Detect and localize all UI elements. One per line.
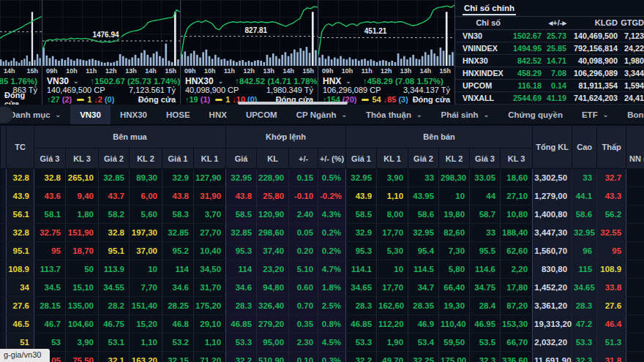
cell-k1[interactable]: 34,50	[194, 260, 226, 279]
cell-k2[interactable]: 7,70	[130, 279, 162, 297]
cell-chg[interactable]: 0.05	[289, 224, 318, 242]
cell-sg2[interactable]: 114.5	[408, 260, 439, 279]
cell-g1[interactable]: 46.8	[162, 315, 194, 333]
cell-nn[interactable]: 1,890	[626, 315, 644, 333]
cell-k1[interactable]: 27,70	[194, 224, 226, 242]
cell-sk1[interactable]: 3,90	[377, 169, 408, 187]
cell-sg1[interactable]: 43.9	[346, 187, 377, 205]
cell-g1[interactable]: 32.85	[162, 224, 194, 242]
index-row-vn30[interactable]: VN301502.6725.73140,469,5007,123	[455, 30, 644, 42]
cell-g2[interactable]: 28.2	[99, 297, 130, 315]
cell-nn[interactable]: 461	[626, 242, 644, 260]
tab-phái-sinh[interactable]: Phái sinh⌄	[432, 105, 499, 124]
cell-k1[interactable]: 1,10	[194, 333, 226, 352]
cell-sk3[interactable]: 27,10	[501, 187, 533, 205]
cell-g3[interactable]: 32.75	[34, 224, 66, 242]
cell-price[interactable]: 95.3	[226, 242, 257, 260]
cell-sg3[interactable]: 32.3	[470, 352, 501, 362]
cell-price[interactable]: 32.95	[226, 169, 257, 187]
cell-sg1[interactable]: 46.85	[346, 315, 377, 333]
cell-g1[interactable]: 43.8	[162, 187, 194, 205]
cell-sk1[interactable]: 10	[377, 260, 408, 279]
cell-k2[interactable]: 5,60	[130, 205, 162, 224]
cell-chgpct[interactable]: 0.8%	[318, 315, 346, 333]
cell-sg2[interactable]: 58.6	[408, 205, 439, 224]
cell-sk2[interactable]: 19,80	[439, 205, 470, 224]
cell-sk1[interactable]: 17,70	[377, 224, 408, 242]
cell-price[interactable]: 32.2	[226, 352, 257, 362]
cell-sk2[interactable]: 5,80	[439, 260, 470, 279]
cell-g3[interactable]: 32.8	[34, 169, 66, 187]
cell-k2[interactable]: 15,20	[130, 315, 162, 333]
cell-sg3[interactable]: 46.95	[470, 315, 501, 333]
cell-g1[interactable]: 32.15	[162, 352, 194, 362]
cell-k1[interactable]: 31,70	[194, 279, 226, 297]
cell-tc[interactable]: 32.8	[7, 169, 34, 187]
cell-sk3[interactable]: 66,70	[501, 333, 533, 352]
cell-k1[interactable]: 175,20	[194, 297, 226, 315]
cell-g2[interactable]: 32.8	[99, 224, 130, 242]
cell-sk3[interactable]: 153,30	[501, 315, 533, 333]
tab-hose[interactable]: HOSE	[157, 105, 200, 124]
cell-high[interactable]: 32.3	[572, 352, 597, 362]
cell-tc[interactable]: 34	[7, 279, 34, 297]
cell-sg1[interactable]: 32.9	[346, 224, 377, 242]
cell-vol[interactable]: 279,20	[257, 315, 289, 333]
cell-sg3[interactable]: 33	[470, 224, 501, 242]
cell-g2[interactable]: 32.85	[99, 169, 130, 187]
index-row-vnindex[interactable]: VNINDEX1494.9525.85792,156,81424,22	[455, 42, 644, 55]
cell-g3[interactable]: 28.15	[34, 297, 66, 315]
cell-vol[interactable]: 326,40	[257, 297, 289, 315]
cell-sk3[interactable]: 336,60	[501, 352, 533, 362]
cell-k3[interactable]: 75,50	[66, 352, 99, 362]
cell-g1[interactable]: 95.2	[162, 242, 194, 260]
cell-sg1[interactable]: 95.3	[346, 242, 377, 260]
cell-nn[interactable]: 947	[626, 333, 644, 352]
cell-chg[interactable]: 0.15	[289, 169, 318, 187]
cell-nn[interactable]: 171	[626, 224, 644, 242]
cell-g3[interactable]: 95	[34, 242, 66, 260]
cell-sk2[interactable]: 10	[439, 187, 470, 205]
cell-total[interactable]: 3,361,20	[533, 297, 572, 315]
cell-sg2[interactable]: 43.95	[408, 187, 439, 205]
cell-k3[interactable]: 18,70	[66, 242, 99, 260]
cell-high[interactable]: 58.6	[572, 205, 597, 224]
cell-g2[interactable]: 43.7	[99, 187, 130, 205]
cell-total[interactable]: 2,032,20	[533, 333, 572, 352]
cell-g3[interactable]: 113.7	[34, 260, 66, 279]
cell-chg[interactable]: 0.60	[289, 279, 318, 297]
cell-g3[interactable]: 34.5	[34, 279, 66, 297]
cell-k1[interactable]: 29,10	[194, 315, 226, 333]
cell-nn[interactable]: 65	[626, 205, 644, 224]
cell-k2[interactable]: 197,30	[130, 224, 162, 242]
tab-chứng-quyền[interactable]: Chứng quyền	[498, 105, 572, 124]
cell-sk3[interactable]: 62,60	[501, 242, 533, 260]
cell-chgpct[interactable]: 0.2%	[318, 242, 346, 260]
cell-sk2[interactable]: 110,40	[439, 315, 470, 333]
cell-sg1[interactable]: 114.1	[346, 260, 377, 279]
cell-vol[interactable]: 23,20	[257, 260, 289, 279]
cell-k3[interactable]: 3,90	[66, 333, 99, 352]
cell-vol[interactable]: 95,00	[257, 333, 289, 352]
cell-high[interactable]: 28.3	[572, 297, 597, 315]
cell-sg3[interactable]: 34.75	[470, 279, 501, 297]
cell-low[interactable]: 33.8	[597, 279, 626, 297]
cell-sk2[interactable]: 59,50	[439, 333, 470, 352]
cell-g1[interactable]: 28.25	[162, 297, 194, 315]
cell-k1[interactable]: 3,70	[194, 205, 226, 224]
cell-sk1[interactable]: 162,60	[377, 297, 408, 315]
cell-sg1[interactable]: 58.5	[346, 205, 377, 224]
cell-g2[interactable]: 113.9	[99, 260, 130, 279]
cell-price[interactable]: 43.8	[226, 187, 257, 205]
cell-chg[interactable]: -0.10	[289, 187, 318, 205]
cell-sg2[interactable]: 95.4	[408, 242, 439, 260]
cell-price[interactable]: 53.3	[226, 333, 257, 352]
cell-low[interactable]: 95	[597, 242, 626, 260]
cell-nn[interactable]: 266	[626, 352, 644, 362]
cell-sg2[interactable]: 33	[408, 169, 439, 187]
cell-total[interactable]: 1,279,00	[533, 187, 572, 205]
cell-sg2[interactable]: 34.7	[408, 279, 439, 297]
cell-sg2[interactable]: 32.25	[408, 352, 439, 362]
cell-sk1[interactable]: 1,10	[377, 187, 408, 205]
cell-k1[interactable]: 10,40	[194, 242, 226, 260]
